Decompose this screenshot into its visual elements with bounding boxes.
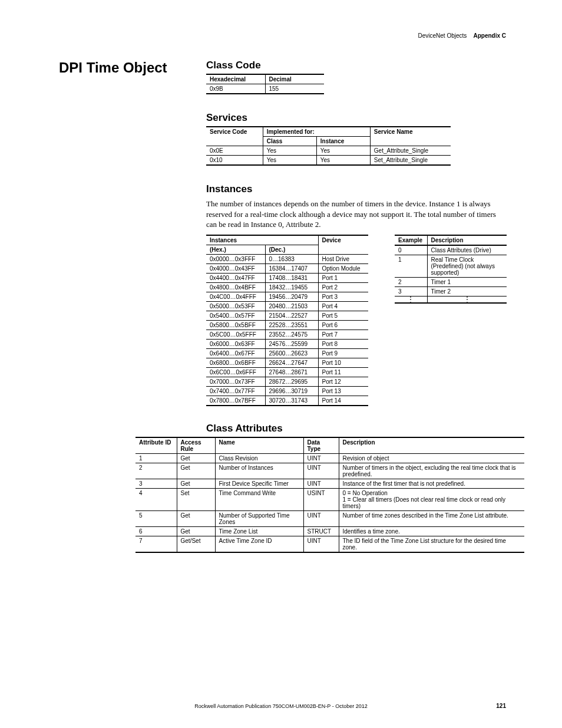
instances-left-table: Instances Device (Hex.) (Dec.) 0x0000…0x… [206, 235, 368, 406]
table-row: 0x5C00…0x5FFF23552…24575Port 7 [206, 330, 368, 339]
table-row: 3GetFirst Device Specific TimerUINTInsta… [135, 479, 524, 488]
table-row: 0x7000…0x73FF28672…29695Port 12 [206, 377, 368, 386]
top-section: DPI Time Object Class Code Hexadecimal D… [59, 60, 506, 406]
class-code-table: Hexadecimal Decimal 0x9B 155 [206, 74, 324, 94]
ca-col-name: Name [215, 437, 303, 454]
ca-col-type: Data Type [303, 437, 339, 454]
table-row: 0x6000…0x63FF24576…25599Port 8 [206, 339, 368, 348]
page-title: DPI Time Object [59, 60, 183, 76]
table-row: 0x4000…0x43FF16384…17407Option Module [206, 263, 368, 273]
services-table: Service Code Implemented for: Service Na… [206, 126, 451, 166]
table-row: 2Timer 1 [395, 277, 507, 286]
table-row: 0x0EYesYesGet_Attribute_Single [206, 146, 451, 156]
table-row: 0x5000…0x53FF20480…21503Port 4 [206, 301, 368, 311]
ca-col-id: Attribute ID [135, 437, 177, 454]
table-row: 0x5800…0x5BFF22528…23551Port 6 [206, 320, 368, 330]
class-attributes-table: Attribute ID Access Rule Name Data Type … [135, 437, 524, 553]
table-row: 0x6800…0x6BFF26624…27647Port 10 [206, 358, 368, 367]
table-row: 0x5400…0x57FF21504…22527Port 5 [206, 311, 368, 320]
ca-col-desc: Description [339, 437, 524, 454]
header-left: DeviceNet Objects [418, 32, 467, 39]
ir-head-example: Example [395, 235, 427, 245]
svc-col-impl: Implemented for: [263, 127, 370, 137]
svc-col-class: Class [263, 137, 316, 146]
page: DeviceNet Objects Appendix C DPI Time Ob… [0, 0, 562, 728]
table-row: 0x9B 155 [206, 84, 324, 94]
table-row: 3Timer 2 [395, 286, 507, 296]
table-row: 0x4400…0x47FF17408…18431Port 1 [206, 273, 368, 282]
table-row: 0x0000…0x3FFF0…16383Host Drive [206, 254, 368, 263]
table-row: 0x10YesYesSet_Attribute_Single [206, 156, 451, 166]
svc-col-code: Service Code [206, 127, 263, 146]
table-row: 4SetTime Command WriteUSINT0 = No Operat… [135, 488, 524, 510]
table-row: 0x4800…0x4BFF18432…19455Port 2 [206, 282, 368, 292]
table-row: 0x6C00…0x6FFF27648…28671Port 11 [206, 367, 368, 377]
il-head-dec: (Dec.) [265, 245, 318, 254]
table-row: 0x7400…0x77FF29696…30719Port 13 [206, 386, 368, 396]
table-row: 2GetNumber of InstancesUINTNumber of tim… [135, 463, 524, 479]
svc-col-name: Service Name [370, 127, 451, 146]
instances-intro: The number of instances depends on the n… [206, 199, 507, 230]
table-row: 0x6400…0x67FF25600…26623Port 9 [206, 348, 368, 358]
il-head-device: Device [318, 235, 368, 255]
table-row: 1Real Time Clock (Predefined) (not alway… [395, 255, 507, 277]
instances-right-table: Example Description 0Class Attributes (D… [395, 235, 507, 304]
class-code-heading: Class Code [206, 60, 507, 71]
ir-head-desc: Description [427, 235, 507, 245]
table-row: 1GetClass RevisionUINTRevision of object [135, 453, 524, 463]
page-number: 121 [496, 703, 506, 709]
table-row: 0x4C00…0x4FFF19456…20479Port 3 [206, 292, 368, 301]
class-attributes-heading: Class Attributes [206, 423, 506, 434]
running-header: DeviceNet Objects Appendix C [59, 32, 506, 39]
table-row: 7Get/SetActive Time Zone IDUINTThe ID fi… [135, 536, 524, 552]
table-row: 6GetTime Zone ListSTRUCTIdentifies a tim… [135, 526, 524, 536]
table-row: 0x7800…0x7BFF30720…31743Port 14 [206, 396, 368, 406]
il-head-hex: (Hex.) [206, 245, 265, 254]
footer-text: Rockwell Automation Publication 750COM-U… [0, 703, 562, 709]
table-row: 5GetNumber of Supported Time ZonesUINTNu… [135, 510, 524, 526]
table-row: ⋮⋮ [395, 296, 507, 303]
svc-col-instance: Instance [316, 137, 370, 146]
table-row: 0Class Attributes (Drive) [395, 245, 507, 255]
services-heading: Services [206, 112, 507, 124]
ca-col-access: Access Rule [177, 437, 215, 454]
cc-col-hex: Hexadecimal [206, 74, 265, 84]
instances-tables: Instances Device (Hex.) (Dec.) 0x0000…0x… [206, 235, 507, 406]
header-right: Appendix C [473, 32, 506, 39]
class-attributes-section: Class Attributes Attribute ID Access Rul… [59, 423, 506, 553]
il-head-instances: Instances [206, 235, 318, 245]
instances-heading: Instances [206, 183, 507, 195]
cc-col-dec: Decimal [265, 74, 324, 84]
